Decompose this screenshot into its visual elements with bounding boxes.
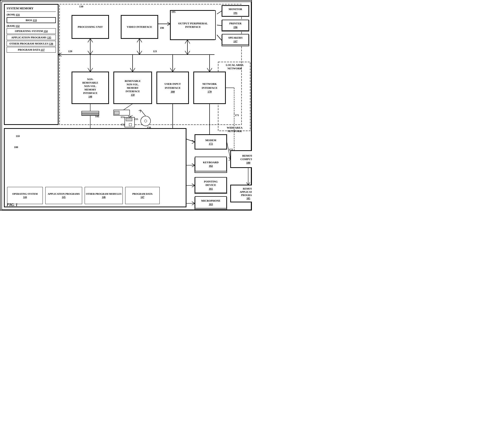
- svg-line-82: [141, 110, 146, 116]
- video-interface-label: VIDEO INTERFACE: [127, 25, 152, 29]
- svg-line-50: [88, 68, 90, 72]
- monitor-label: MONITOR: [229, 7, 242, 11]
- svg-line-38: [139, 39, 142, 42]
- ram-ref: 132: [15, 24, 20, 27]
- svg-rect-76: [129, 123, 132, 126]
- video-interface-box: VIDEO INTERFACE: [121, 15, 158, 39]
- svg-line-113: [229, 157, 230, 159]
- speakers-ref: 197: [233, 40, 238, 43]
- pointing-device-box: POINTINGDEVICE 161: [195, 177, 227, 193]
- svg-rect-68: [82, 112, 99, 114]
- network-interface-label: NETWORKINTERFACE: [202, 82, 217, 90]
- processing-unit-box: PROCESSING UNIT: [72, 15, 109, 39]
- svg-line-44: [185, 51, 187, 55]
- ref-130: 130: [79, 5, 83, 8]
- ref-152: 152: [121, 123, 125, 126]
- svg-line-40: [139, 51, 142, 55]
- ref-156: 156: [147, 126, 151, 129]
- microphone-box: MICROPHONE 163: [195, 196, 227, 209]
- printer-ref: 196: [233, 25, 238, 29]
- svg-line-32: [88, 39, 90, 42]
- svg-line-118: [246, 182, 248, 185]
- svg-line-51: [90, 68, 93, 72]
- modem-box: MODEM 172: [195, 135, 227, 149]
- removable-label: REMOVABLENON-VOL.MEMORYINTERFACE: [125, 79, 140, 93]
- wide-area-network-label: WIDE AREA NETWORK: [220, 126, 249, 133]
- system-memory-title: SYSTEM MEMORY: [7, 7, 56, 12]
- non-removable-label: NON-REMOVABLENON-VOL.MEMORYINTERFACE: [82, 78, 98, 95]
- output-peripheral-box: OUTPUT PERIPHERAL INTERFACE: [170, 10, 216, 40]
- svg-line-48: [58, 55, 61, 56]
- ref-110: 110: [16, 135, 20, 137]
- ref-120: 120: [68, 50, 72, 53]
- svg-rect-75: [126, 118, 132, 121]
- diagram: SYSTEM MEMORY (ROM) 131 BIOS 133 (RAM) 1…: [0, 0, 252, 210]
- ref-173: 173: [229, 148, 233, 151]
- modules-136-box: OTHER PROGRAM MODULES 136: [7, 41, 56, 46]
- fig-label: FIG. 1: [7, 203, 17, 207]
- svg-line-99: [192, 184, 195, 185]
- ref-155: 155: [134, 118, 138, 120]
- app-135-box: APPLICATION PROGRAMS 135: [7, 35, 56, 40]
- user-input-label: USER INPUTINTERFACE: [165, 82, 181, 90]
- svg-line-103: [192, 203, 195, 205]
- svg-line-64: [217, 11, 222, 14]
- svg-line-102: [192, 202, 195, 203]
- speakers-label: SPEAKERS: [228, 36, 243, 39]
- microphone-label: MICROPHONE: [201, 199, 220, 202]
- remote-app-box: REMOTEAPPLICATIONPROGRAMS 185: [230, 185, 252, 202]
- svg-line-80: [128, 116, 130, 117]
- svg-line-79: [130, 115, 133, 117]
- output-peripheral-label: OUTPUT PERIPHERAL INTERFACE: [171, 22, 215, 29]
- svg-line-56: [170, 68, 173, 72]
- system-memory-box: SYSTEM MEMORY (ROM) 131 BIOS 133 (RAM) 1…: [4, 4, 58, 125]
- svg-line-42: [185, 40, 187, 44]
- svg-point-77: [141, 116, 151, 126]
- svg-point-78: [144, 120, 147, 122]
- ref-190: 190: [160, 26, 164, 29]
- ram-label: (RAM): [7, 24, 15, 27]
- keyboard-box: KEYBOARD 162: [195, 157, 227, 171]
- ref-141: 141: [95, 115, 99, 118]
- svg-line-33: [90, 39, 93, 42]
- remote-computer-box: REMOTECOMPUTER 180: [230, 150, 252, 168]
- svg-line-63: [167, 24, 170, 26]
- data-137-box: PROGRAM DATA 137: [7, 47, 56, 52]
- local-area-network-label: LOCAL AREA NETWORK: [220, 63, 249, 70]
- printer-box: PRINTER 196: [222, 20, 249, 31]
- monitor-ref: 191: [233, 11, 238, 15]
- removable-box: REMOVABLENON-VOL.MEMORYINTERFACE 150: [114, 72, 152, 104]
- network-interface-box: NETWORKINTERFACE 170: [194, 72, 226, 104]
- rom-ref: 131: [16, 13, 20, 16]
- svg-line-53: [130, 68, 133, 72]
- svg-line-81: [130, 116, 131, 117]
- modem-label: MODEM: [205, 138, 216, 142]
- svg-line-54: [133, 68, 135, 72]
- svg-line-66: [217, 35, 222, 41]
- svg-line-60: [210, 68, 212, 72]
- svg-line-73: [123, 104, 133, 110]
- ref-171: 171: [235, 114, 239, 117]
- svg-line-59: [207, 68, 210, 72]
- app-145-inner: APPLICATION PROGRAMS 145: [45, 187, 82, 204]
- printer-label: PRINTER: [229, 22, 242, 25]
- user-input-box: USER INPUTINTERFACE 160: [157, 72, 189, 104]
- svg-line-43: [187, 40, 190, 44]
- svg-line-34: [88, 51, 90, 55]
- svg-line-100: [192, 185, 195, 187]
- svg-line-65: [217, 25, 222, 26]
- svg-line-45: [187, 51, 190, 55]
- svg-line-114: [229, 159, 230, 161]
- pointing-device-label: POINTINGDEVICE: [204, 180, 218, 187]
- processing-unit-label: PROCESSING UNIT: [78, 25, 103, 29]
- svg-line-97: [192, 165, 195, 167]
- svg-line-108: [192, 142, 195, 144]
- speakers-box: SPEAKERS 197: [222, 34, 249, 45]
- ref-195: 195: [171, 10, 176, 13]
- svg-line-83: [139, 110, 141, 111]
- remote-computer-label: REMOTECOMPUTER: [240, 154, 252, 161]
- svg-line-37: [137, 39, 139, 42]
- ref-151: 151: [121, 116, 125, 119]
- bottom-storage-box: OPERATING SYSTEM 144 APPLICATION PROGRAM…: [4, 128, 186, 207]
- svg-line-107: [192, 140, 195, 142]
